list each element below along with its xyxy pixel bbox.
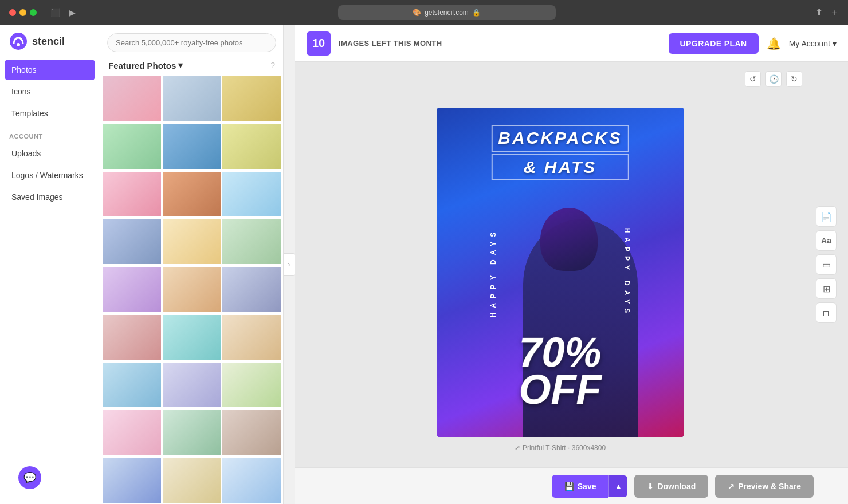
save-button-group: 💾 Save ▲	[552, 475, 628, 498]
photo-thumb[interactable]	[163, 172, 221, 216]
traffic-lights	[9, 9, 37, 16]
photo-thumb[interactable]	[163, 458, 221, 503]
canvas-right-text: HAPPY DAYS	[623, 227, 631, 317]
photo-thumb[interactable]	[163, 267, 221, 312]
sidebar-item-templates[interactable]: Templates	[5, 103, 95, 124]
minimize-button[interactable]	[19, 9, 26, 16]
photo-thumb[interactable]	[222, 219, 281, 264]
bottom-bar: 💾 Save ▲ ⬇ Download ↗ Preview & Share	[295, 467, 848, 504]
save-arrow-icon: ▲	[615, 482, 622, 490]
svg-point-1	[17, 43, 20, 46]
top-bar: 10 IMAGES LEFT THIS MONTH UPGRADE PLAN 🔔…	[295, 25, 848, 62]
canvas-size-label: ⤢ Printful T-Shirt · 3600x4800	[515, 444, 606, 452]
share-icon[interactable]: ⬆	[815, 7, 823, 19]
featured-title: Featured Photos ▾	[108, 60, 183, 70]
undo-button[interactable]: ↺	[745, 71, 761, 87]
photo-thumb[interactable]	[222, 363, 281, 407]
download-button[interactable]: ⬇ Download	[634, 475, 708, 498]
photo-thumb[interactable]	[163, 363, 221, 407]
browser-nav: ⬛ ▶	[48, 7, 78, 18]
photo-thumb[interactable]	[163, 410, 221, 455]
photo-thumb[interactable]	[163, 315, 221, 360]
account-chevron-icon: ▾	[833, 39, 837, 48]
shape-tool-button[interactable]: ▭	[816, 254, 837, 275]
photo-thumb[interactable]	[103, 124, 161, 168]
sidebar-item-icons[interactable]: Icons	[5, 81, 95, 102]
grid-icon: ⊞	[823, 284, 830, 294]
save-icon: 💾	[564, 482, 574, 491]
canvas-image: BACKPACKS & HATS HAPPY DAYS HAPPY DAYS 7…	[437, 108, 684, 437]
preview-share-button[interactable]: ↗ Preview & Share	[715, 475, 814, 498]
photo-search-input[interactable]	[107, 33, 276, 52]
text-tool-button[interactable]: Aa	[816, 230, 837, 251]
browser-actions: ⬆ ＋	[815, 7, 839, 19]
photo-thumb[interactable]	[222, 124, 281, 168]
photo-thumb[interactable]	[222, 76, 281, 121]
forward-button[interactable]: ▶	[67, 7, 78, 18]
panel-toggle-button[interactable]: ›	[284, 253, 295, 276]
stencil-logo-icon	[9, 32, 28, 50]
sidebar-item-uploads[interactable]: Uploads	[5, 143, 95, 164]
photo-thumb[interactable]	[222, 315, 281, 360]
images-left-text: IMAGES LEFT THIS MONTH	[339, 39, 442, 48]
account-button[interactable]: My Account ▾	[789, 39, 837, 48]
photo-thumb[interactable]	[103, 267, 161, 312]
featured-help-icon[interactable]: ?	[270, 61, 275, 70]
resize-icon: ⤢	[515, 444, 520, 452]
sidebar: stencil Photos Icons Templates ACCOUNT U…	[0, 25, 100, 504]
photo-thumb[interactable]	[103, 219, 161, 264]
sidebar-item-logos[interactable]: Logos / Watermarks	[5, 165, 95, 186]
photo-thumb[interactable]	[163, 124, 221, 168]
sidebar-item-saved[interactable]: Saved Images	[5, 187, 95, 207]
photo-thumb[interactable]	[103, 315, 161, 360]
photo-thumb[interactable]	[163, 219, 221, 264]
grid-tool-button[interactable]: ⊞	[816, 278, 837, 299]
photo-thumb[interactable]	[103, 458, 161, 503]
preview-icon: ↗	[728, 482, 735, 491]
redo-icon: ↻	[791, 74, 798, 84]
shape-icon: ▭	[822, 259, 831, 270]
photo-thumb[interactable]	[222, 267, 281, 312]
svg-point-0	[10, 33, 27, 50]
maximize-button[interactable]	[30, 9, 37, 16]
photo-thumb[interactable]	[222, 172, 281, 216]
canvas-left-text: HAPPY DAYS	[489, 227, 497, 317]
photo-thumb[interactable]	[103, 172, 161, 216]
photo-thumb[interactable]	[163, 76, 221, 121]
notification-icon[interactable]: 🔔	[767, 37, 781, 50]
main-area: 10 IMAGES LEFT THIS MONTH UPGRADE PLAN 🔔…	[295, 25, 848, 504]
canvas-promo-text: 70% OFF	[519, 334, 601, 408]
sidebar-nav: Photos Icons Templates	[0, 60, 100, 124]
account-section-label: ACCOUNT	[0, 124, 100, 143]
new-tab-icon[interactable]: ＋	[830, 7, 839, 19]
canvas-frame[interactable]: BACKPACKS & HATS HAPPY DAYS HAPPY DAYS 7…	[437, 108, 684, 437]
chat-icon: 💬	[23, 471, 36, 484]
save-dropdown-button[interactable]: ▲	[608, 475, 627, 497]
sidebar-item-photos[interactable]: Photos	[5, 60, 95, 80]
history-button[interactable]: 🕐	[765, 71, 782, 87]
featured-chevron-icon[interactable]: ▾	[178, 60, 183, 70]
upgrade-plan-button[interactable]: UPGRADE PLAN	[669, 33, 759, 54]
delete-tool-button[interactable]: 🗑	[816, 302, 837, 323]
document-tool-button[interactable]: 📄	[816, 206, 837, 227]
back-button[interactable]: ⬛	[48, 7, 62, 18]
photo-thumb[interactable]	[222, 458, 281, 503]
clock-icon: 🕐	[769, 74, 779, 84]
save-button[interactable]: 💾 Save	[552, 475, 609, 498]
photo-thumb[interactable]	[103, 76, 161, 121]
app-container: stencil Photos Icons Templates ACCOUNT U…	[0, 25, 848, 504]
document-icon: 📄	[820, 211, 832, 222]
redo-button[interactable]: ↻	[786, 71, 802, 87]
chat-button[interactable]: 💬	[18, 466, 41, 489]
percent-text: 70%	[519, 334, 601, 371]
address-bar[interactable]: 🎨 getstencil.com 🔒	[338, 5, 556, 20]
photo-thumb[interactable]	[222, 410, 281, 455]
app-name: stencil	[32, 36, 65, 48]
url-text: getstencil.com	[425, 9, 469, 17]
featured-header: Featured Photos ▾ ?	[100, 58, 283, 76]
canvas-container: BACKPACKS & HATS HAPPY DAYS HAPPY DAYS 7…	[437, 90, 684, 437]
close-button[interactable]	[9, 9, 16, 16]
photo-thumb[interactable]	[103, 363, 161, 407]
photo-thumb[interactable]	[103, 410, 161, 455]
text-icon: Aa	[821, 236, 831, 245]
